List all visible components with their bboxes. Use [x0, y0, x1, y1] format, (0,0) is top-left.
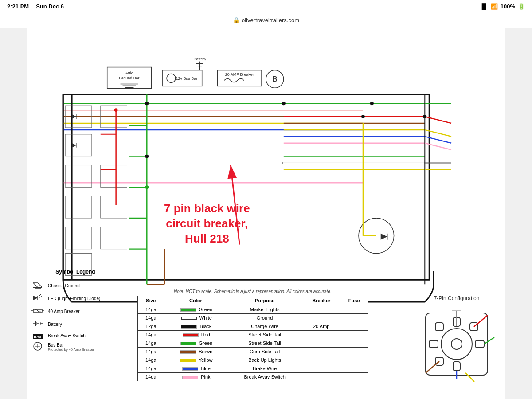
svg-text:Battery: Battery	[194, 57, 207, 61]
svg-point-74	[370, 102, 374, 105]
cell-color: Pink	[164, 373, 227, 381]
svg-point-72	[361, 115, 365, 118]
svg-rect-117	[475, 340, 484, 348]
svg-line-89	[33, 283, 38, 287]
wire-table: Size Color Purpose Breaker Fuse 14ga Gre…	[137, 296, 368, 381]
legend-led: LED (Light Emitting Diode)	[31, 293, 120, 304]
annotation-line2: circuit breaker,	[164, 216, 250, 231]
40amp-label: 40 Amp Breaker	[48, 309, 80, 314]
cell-fuse	[340, 339, 368, 348]
svg-point-76	[145, 185, 149, 189]
svg-line-125	[484, 337, 494, 344]
col-breaker: Breaker	[302, 296, 340, 305]
svg-point-75	[145, 155, 149, 158]
cell-fuse	[340, 314, 368, 322]
wifi-icon: 📶	[491, 3, 498, 10]
cell-purpose: Break Away Switch	[227, 373, 302, 381]
svg-line-127	[466, 373, 474, 382]
color-swatch	[180, 359, 196, 362]
cell-size: 14ga	[138, 356, 164, 364]
legend-title: Symbol Legend	[31, 269, 120, 277]
cell-color: Green	[164, 339, 227, 348]
cell-breaker	[302, 364, 340, 373]
col-fuse: Fuse	[340, 296, 368, 305]
cell-fuse	[340, 305, 368, 314]
table-row: 12ga Black Charge Wire 20 Amp	[138, 322, 368, 331]
color-swatch	[180, 342, 196, 345]
bas-symbol-label: Break Away Switch	[48, 333, 86, 338]
cell-color: Black	[164, 322, 227, 331]
chassis-ground-icon	[31, 281, 44, 291]
cell-breaker: 20 Amp	[302, 322, 340, 331]
svg-line-96	[39, 294, 41, 296]
svg-point-73	[423, 115, 426, 118]
time-display: 2:21 PM	[7, 3, 29, 10]
cell-fuse	[340, 322, 368, 331]
table-row: 14ga Pink Break Away Switch	[138, 373, 368, 381]
table-area: Note: NOT to scale. Schematic is a just …	[137, 289, 368, 381]
svg-line-124	[474, 315, 488, 327]
cell-breaker	[302, 373, 340, 381]
cell-fuse	[340, 356, 368, 364]
svg-line-97	[39, 296, 42, 298]
cell-purpose: Street Side Tail	[227, 331, 302, 339]
status-bar: 2:21 PM Sun Dec 6 ▐▌ 📶 100% 🔋	[0, 0, 532, 12]
svg-text:B: B	[272, 75, 278, 83]
url-text: olivertraveltrailers.com	[242, 17, 299, 23]
busbar-label: Bus Bar	[48, 343, 94, 348]
url-bar[interactable]: 🔒 olivertraveltrailers.com	[0, 12, 532, 28]
color-swatch	[183, 333, 199, 337]
led-icon	[31, 293, 44, 304]
table-row: 14ga Green Street Side Tail	[138, 339, 368, 348]
busbar-sublabel: Protected by 40 Amp Breaker	[48, 348, 94, 352]
cell-fuse	[340, 331, 368, 339]
svg-line-123	[426, 361, 439, 373]
svg-marker-94	[33, 296, 38, 300]
cell-breaker	[302, 356, 340, 364]
symbol-legend: Symbol Legend Chassis Ground	[31, 269, 120, 355]
color-swatch	[182, 367, 198, 371]
pin-config-label: 7-Pin Configuration	[417, 295, 497, 301]
svg-text:12v Bus Bar: 12v Bus Bar	[176, 76, 198, 81]
cell-size: 14ga	[138, 373, 164, 381]
color-swatch	[180, 308, 196, 312]
battery-icon: 🔋	[518, 3, 525, 10]
chassis-ground-label: Chassis Ground	[48, 283, 80, 288]
svg-rect-118	[435, 323, 443, 331]
cell-fuse	[340, 373, 368, 381]
led-label: LED (Light Emitting Diode)	[48, 296, 100, 301]
color-swatch	[180, 350, 196, 354]
svg-rect-116	[429, 340, 438, 348]
svg-line-90	[38, 283, 42, 287]
table-row: 14ga Brown Curb Side Tail	[138, 348, 368, 356]
bas-symbol-icon: BAS	[31, 332, 44, 339]
svg-rect-115	[453, 362, 460, 371]
svg-text:Attic: Attic	[125, 71, 133, 75]
cell-size: 12ga	[138, 322, 164, 331]
status-icons: ▐▌ 📶 100% 🔋	[480, 3, 525, 10]
table-row: 14ga Yellow Back Up Lights	[138, 356, 368, 364]
diagram-note: Note: NOT to scale. Schematic is a just …	[137, 289, 368, 294]
busbar-icon	[31, 342, 44, 352]
cell-color: Blue	[164, 364, 227, 373]
legend-40amp: 40 Amp Breaker	[31, 306, 120, 317]
col-color: Color	[164, 296, 227, 305]
cell-size: 14ga	[138, 314, 164, 322]
cell-breaker	[302, 314, 340, 322]
svg-point-113	[451, 339, 462, 349]
col-size: Size	[138, 296, 164, 305]
table-row: 14ga Green Marker Lights	[138, 305, 368, 314]
cell-breaker	[302, 331, 340, 339]
cell-purpose: Back Up Lights	[227, 356, 302, 364]
legend-bas: BAS Break Away Switch	[31, 332, 120, 339]
table-row: 14ga White Ground	[138, 314, 368, 322]
color-swatch	[181, 325, 197, 329]
cell-purpose: Ground	[227, 314, 302, 322]
svg-text:Ground Bar: Ground Bar	[119, 76, 139, 80]
cell-size: 14ga	[138, 364, 164, 373]
cell-color: White	[164, 314, 227, 322]
table-row: 14ga Blue Brake Wire	[138, 364, 368, 373]
lock-icon: 🔒	[233, 17, 240, 23]
cell-size: 14ga	[138, 305, 164, 314]
annotation-text: 7 pin black wire circuit breaker, Hull 2…	[164, 201, 250, 246]
